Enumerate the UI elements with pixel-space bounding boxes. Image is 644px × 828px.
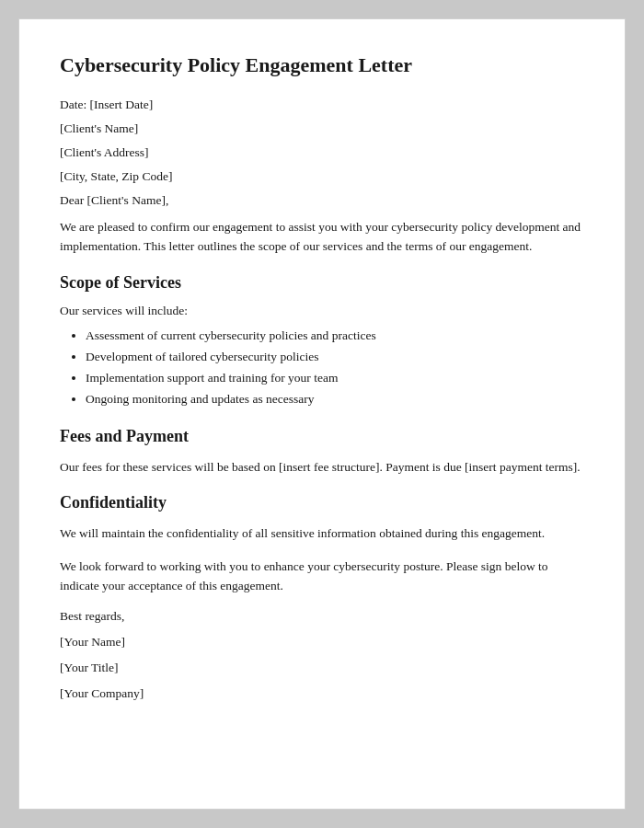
fees-paragraph: Our fees for these services will be base… (60, 457, 584, 477)
your-company: [Your Company] (60, 686, 584, 701)
your-name: [Your Name] (60, 635, 584, 650)
list-item: Development of tailored cybersecurity po… (86, 347, 584, 368)
best-regards: Best regards, (60, 609, 584, 624)
list-item: Ongoing monitoring and updates as necess… (86, 389, 584, 410)
intro-paragraph: We are pleased to confirm our engagement… (60, 217, 584, 257)
confidentiality-heading: Confidentiality (60, 493, 584, 512)
scope-intro: Our services will include: (60, 304, 584, 318)
document-title: Cybersecurity Policy Engagement Letter (60, 52, 584, 79)
your-title: [Your Title] (60, 661, 584, 675)
client-city-line: [City, State, Zip Code] (60, 169, 584, 184)
client-name-line: [Client's Name] (60, 121, 584, 136)
salutation: Dear [Client's Name], (60, 193, 584, 208)
confidentiality-paragraph: We will maintain the confidentiality of … (60, 523, 584, 544)
fees-heading: Fees and Payment (60, 427, 584, 446)
date-line: Date: [Insert Date] (60, 98, 584, 112)
scope-heading: Scope of Services (60, 273, 584, 293)
client-address-line: [Client's Address] (60, 145, 584, 160)
closing-paragraph: We look forward to working with you to e… (60, 557, 584, 596)
list-item: Implementation support and training for … (86, 368, 584, 389)
document-container: Cybersecurity Policy Engagement Letter D… (18, 18, 626, 810)
list-item: Assessment of current cybersecurity poli… (86, 326, 584, 347)
scope-list: Assessment of current cybersecurity poli… (86, 326, 584, 410)
signature-block: Best regards, [Your Name] [Your Title] [… (60, 609, 584, 701)
